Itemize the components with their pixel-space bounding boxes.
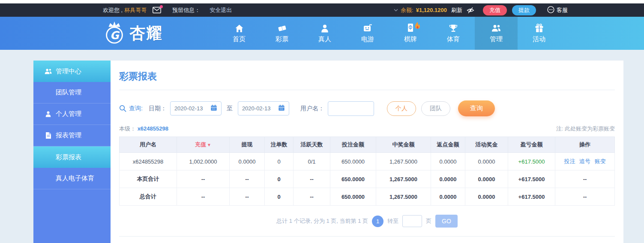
nav-item-manage[interactable]: 管理 [475,17,518,50]
level-row: 本级： x624855298 注: 此处账变为彩票账变 [119,125,615,133]
date-from-input[interactable] [174,105,207,112]
chase-number-link[interactable]: 追号 [579,158,590,164]
account-change-link[interactable]: 账变 [595,158,606,164]
title-divider [119,90,615,90]
date-from-box [170,101,222,115]
table-header-row: 用户名 充值▼ 提现 注单数 活跃天数 投注金额 中奖金额 返点金额 活动奖金 … [120,137,615,153]
nav-item-label: 体育 [447,35,460,43]
svg-text:G: G [110,29,120,41]
level-account-link[interactable]: x624855298 [138,125,168,132]
refresh-balance-button[interactable]: 刷新 [451,6,462,14]
envelope-icon [153,8,161,15]
col-withdraw: 提现 [230,137,265,153]
table-row-page-total: 本页合计 -- -- 0 -- 650.0000 1,267.5000 0.00… [120,170,615,188]
col-active-days: 活跃天数 [294,137,330,153]
chevron-down-icon[interactable] [394,9,398,12]
cell-rebate: 0.0000 [431,153,465,170]
gift-icon [535,23,544,33]
col-bet-count: 注单数 [265,137,294,153]
nav-item-label: 真人 [318,35,331,43]
nav-item-label: 管理 [490,35,503,43]
cell-recharge: 1,002.0000 [177,153,230,170]
search-form: 查询: 日期： 至 用户名： 个人 团队 查询 [119,100,615,116]
username-input[interactable] [328,101,374,116]
sidebar-item-lottery-report[interactable]: 彩票报表 [33,146,111,168]
mahjong-icon [407,23,414,33]
sidebar-item-label: 报表管理 [56,131,81,140]
customer-service-button[interactable]: 客服 [547,6,568,15]
brand-logo[interactable]: G 杏耀 [102,20,163,47]
nav-item-promos[interactable]: 活动 [518,17,560,50]
crown-emblem-icon: G [102,20,127,47]
balance-label: 余额: [401,6,413,14]
date-to-input[interactable] [242,105,275,112]
col-profit-loss: 盈亏金额 [508,137,555,153]
sidebar-item-label: 团队管理 [56,88,81,97]
calendar-icon[interactable] [210,104,217,112]
col-rebate-amount: 返点金额 [431,137,465,153]
nav-item-label: 电游 [361,35,374,43]
nav-item-home[interactable]: 首页 [218,17,261,50]
team-toggle-button[interactable]: 团队 [421,101,450,116]
cell-label: 本页合计 [120,170,177,188]
sidebar-item-label: 个人管理 [56,110,81,118]
mail-button[interactable] [153,7,161,13]
sidebar-item-personal-manage[interactable]: 个人管理 [33,103,111,125]
eye-off-icon[interactable] [467,7,474,14]
goto-page-input[interactable] [402,215,422,227]
topbar: 欢迎您 , 杯具哥哥 预留信息： 安全退出 余额: ¥1,120.1200 刷新… [0,3,644,17]
cell-profit-loss: +617.5000 [508,153,555,170]
nav-item-sports[interactable]: 体育 [432,17,475,50]
nav-item-egames[interactable]: 电游 [346,17,389,50]
withdraw-button[interactable]: 提款 [512,5,536,15]
home-icon [235,23,244,33]
sidebar-item-live-esports[interactable]: 真人电子体育 [33,168,111,189]
level-label: 本级： [119,125,136,132]
calendar-icon[interactable] [278,104,285,112]
query-button[interactable]: 查询 [458,100,495,116]
page-body: 管理中心 团队管理 个人管理 报表管理 彩票报表 真人电子体育 彩票报表 [0,50,644,243]
cell-active-days: 0/1 [294,153,330,170]
logout-link[interactable]: 安全退出 [210,6,232,14]
bet-detail-link[interactable]: 投注 [564,158,575,164]
cell-activity-bonus: 0.0000 [465,153,508,170]
nav-item-lottery[interactable]: 彩票 [261,17,303,50]
col-actions: 操作 [555,137,615,153]
nav-item-boardgames[interactable]: 棋牌 [389,17,432,50]
username-label: 用户名： [300,105,324,112]
sidebar-item-label: 彩票报表 [56,153,81,161]
sidebar-item-report-manage[interactable]: 报表管理 [33,125,111,146]
balance-value: ¥1,120.1200 [416,7,447,13]
sidebar-item-team-manage[interactable]: 团队管理 [33,82,111,103]
sidebar-item-label: 管理中心 [56,67,81,76]
username: 杯具哥哥 [124,6,147,14]
nav-item-live[interactable]: 真人 [303,17,346,50]
notification-dot [160,5,163,8]
personal-toggle-button[interactable]: 个人 [387,101,416,116]
person-icon [321,23,329,33]
cell-bet-amount: 650.0000 [330,153,376,170]
customer-service-label: 客服 [557,6,568,14]
page-number-button[interactable]: 1 [372,216,383,227]
col-win-amount: 中奖金额 [376,137,431,153]
table-row: x624855298 1,002.0000 0.0000 0 0/1 650.0… [120,153,615,170]
query-label: 查询: [129,105,143,112]
account-change-note: 注: 此处账变为彩票账变 [556,125,615,133]
nav-menu: 首页 彩票 真人 电游 棋牌 [218,17,560,50]
recharge-button[interactable]: 充值 [483,5,507,15]
welcome-text: 欢迎您 , [103,6,123,14]
cell-label: 总合计 [120,188,177,206]
reserved-info-label: 预留信息： [172,6,200,14]
page-unit-label: 页 [426,217,431,225]
go-button[interactable]: GO [435,215,458,228]
cell-withdraw: 0.0000 [230,153,265,170]
sidebar: 管理中心 团队管理 个人管理 报表管理 彩票报表 真人电子体育 [33,61,111,243]
slot-machine-icon [363,23,372,33]
sort-desc-icon: ▼ [207,143,211,147]
top-strip [0,0,644,3]
page-title: 彩票报表 [119,61,615,90]
pagination-summary: 总计 1 个记录, 分为 1 页, 当前第 1 页 [276,217,368,225]
sidebar-item-manage-center[interactable]: 管理中心 [33,61,111,82]
ticket-icon [277,23,287,33]
col-recharge-sort[interactable]: 充值▼ [177,137,230,153]
